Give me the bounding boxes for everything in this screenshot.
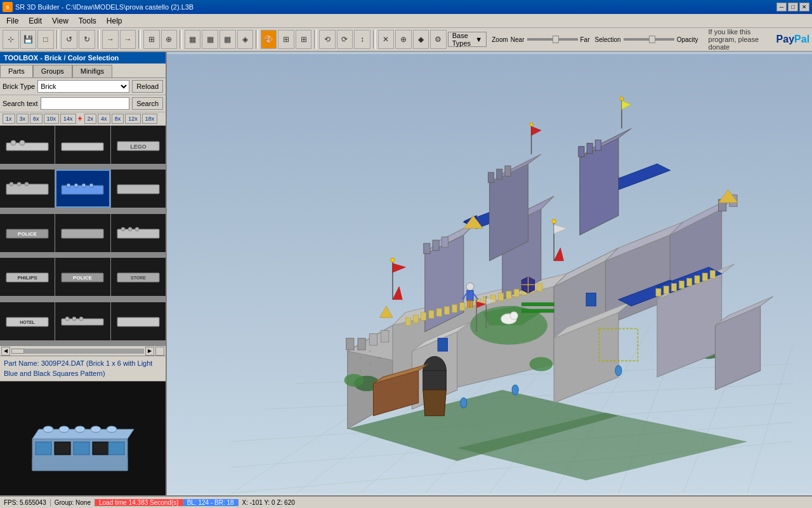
reload-button[interactable]: Reload: [132, 80, 163, 93]
size-3x-button[interactable]: 3x: [16, 114, 29, 124]
brick-cell-2[interactable]: [55, 126, 110, 164]
svg-rect-125: [429, 311, 434, 318]
view-side-button[interactable]: ▦: [219, 30, 236, 49]
brick-cell-14[interactable]: [55, 302, 110, 340]
zoom-slider-thumb[interactable]: [553, 36, 559, 43]
view-iso-button[interactable]: ◈: [237, 30, 254, 49]
brick-cell-11[interactable]: POLICE: [55, 258, 110, 296]
save-button[interactable]: 💾: [20, 30, 37, 49]
delete-button[interactable]: ✕: [378, 30, 395, 49]
menu-file[interactable]: File: [1, 15, 23, 27]
menu-help[interactable]: Help: [102, 15, 128, 27]
brick-cell-5[interactable]: [55, 170, 110, 208]
svg-point-170: [369, 363, 371, 365]
size-10x-button[interactable]: 10x: [44, 114, 60, 124]
brick-type-label: Brick Type: [3, 83, 35, 90]
menu-view[interactable]: View: [47, 15, 74, 27]
bl-br-display: BL: 124 - BR: 18: [183, 499, 239, 506]
render-button[interactable]: ◆: [413, 30, 429, 49]
zoom-fit-button[interactable]: ⊞: [143, 30, 160, 49]
select-tool-button[interactable]: ⊹: [3, 30, 19, 49]
zoom-in-button[interactable]: ⊕: [161, 30, 178, 49]
size-2x-button[interactable]: 2x: [84, 114, 97, 124]
close-button[interactable]: ✕: [799, 3, 809, 11]
flip-button[interactable]: ↕: [354, 30, 370, 49]
brick-cell-4[interactable]: [0, 170, 55, 208]
size-14x-button[interactable]: 14x: [60, 114, 76, 124]
search-row: Search text Search: [0, 95, 166, 112]
size-4x-button[interactable]: 4x: [98, 114, 110, 124]
search-button[interactable]: Search: [132, 97, 163, 110]
brick-cell-1[interactable]: [0, 126, 55, 164]
near-label: Near: [511, 36, 525, 43]
brick-cell-7[interactable]: POLICE: [0, 214, 55, 252]
zoom-fit-icon: ⊞: [148, 36, 155, 43]
donate-area: If you like this program, please donate …: [709, 28, 810, 51]
brick-cell-6[interactable]: [111, 170, 166, 208]
paypal-logo[interactable]: PayPal: [776, 34, 809, 45]
opacity-slider[interactable]: [624, 38, 674, 41]
svg-point-13: [82, 184, 86, 187]
tab-minifigs[interactable]: Minifigs: [72, 65, 112, 77]
menu-tools[interactable]: Tools: [74, 15, 102, 27]
brick-cell-13[interactable]: HOTEL: [0, 302, 55, 340]
view-top-button[interactable]: ▦: [202, 30, 218, 49]
brick-type-select[interactable]: Brick: [37, 80, 129, 93]
size-18x-button[interactable]: 18x: [142, 114, 158, 124]
brick-cell-10[interactable]: PHILIPS: [0, 258, 55, 296]
size-6x-button[interactable]: 6x: [30, 114, 43, 124]
snap-button[interactable]: ⊞: [296, 30, 312, 49]
main-layout: TOOLBOX - Brick / Color Selection Parts …: [0, 52, 812, 495]
svg-rect-179: [656, 288, 661, 296]
view-front-icon: ▦: [189, 36, 196, 43]
scroll-right-button[interactable]: ▶: [145, 347, 154, 356]
brick-cell-8[interactable]: [55, 214, 110, 252]
add-size-button[interactable]: +: [77, 114, 83, 124]
rotate-right-button[interactable]: ⟳: [337, 30, 353, 49]
settings-icon: ⚙: [435, 36, 442, 43]
minimize-button[interactable]: ─: [776, 3, 787, 11]
svg-rect-167: [438, 338, 447, 351]
viewport-3d[interactable]: [167, 52, 812, 495]
base-types-button[interactable]: Base Types ▼: [448, 32, 487, 47]
settings-button[interactable]: ⚙: [430, 30, 447, 49]
brick-cell-3[interactable]: LEGO: [111, 126, 166, 164]
size-12x-button[interactable]: 12x: [125, 114, 141, 124]
svg-point-169: [359, 356, 362, 359]
zoom-slider[interactable]: [527, 38, 578, 41]
grid-button[interactable]: ⊞: [278, 30, 294, 49]
scroll-left-button[interactable]: ◀: [1, 347, 10, 356]
svg-text:STORE: STORE: [131, 276, 146, 280]
brick-cell-12[interactable]: STORE: [111, 258, 166, 296]
move-back-button[interactable]: →: [120, 30, 136, 49]
svg-rect-181: [671, 283, 676, 291]
tab-groups[interactable]: Groups: [33, 65, 72, 77]
view-front-button[interactable]: ▦: [185, 30, 201, 49]
horizontal-scrollbar[interactable]: ◀ ▶: [0, 345, 166, 356]
size-1x-button[interactable]: 1x: [3, 114, 15, 124]
brick-cell-15[interactable]: [111, 302, 166, 340]
svg-rect-48: [108, 442, 124, 455]
scroll-track[interactable]: [11, 349, 144, 354]
svg-rect-180: [664, 286, 669, 293]
svg-point-197: [615, 365, 622, 375]
scroll-thumb[interactable]: [11, 349, 24, 354]
brick-cell-9[interactable]: [111, 214, 166, 252]
search-input[interactable]: [41, 97, 130, 110]
far-label: Far: [580, 36, 590, 43]
menu-edit[interactable]: Edit: [23, 15, 47, 27]
redo-button[interactable]: ↻: [79, 30, 95, 49]
maximize-button[interactable]: □: [788, 3, 798, 11]
toolbox-panel: TOOLBOX - Brick / Color Selection Parts …: [0, 52, 167, 495]
move-forward-button[interactable]: →: [102, 30, 119, 49]
clone-button[interactable]: ⊕: [395, 30, 412, 49]
tab-parts[interactable]: Parts: [0, 65, 33, 77]
color-button[interactable]: 🎨: [261, 30, 277, 49]
size-8x-button[interactable]: 8x: [112, 114, 124, 124]
group-display: Group: None: [51, 499, 95, 506]
rotate-left-button[interactable]: ⟲: [319, 30, 336, 49]
opacity-slider-thumb[interactable]: [649, 36, 655, 43]
svg-rect-139: [537, 283, 542, 291]
new-button[interactable]: □: [37, 30, 54, 49]
undo-button[interactable]: ↺: [61, 30, 77, 49]
